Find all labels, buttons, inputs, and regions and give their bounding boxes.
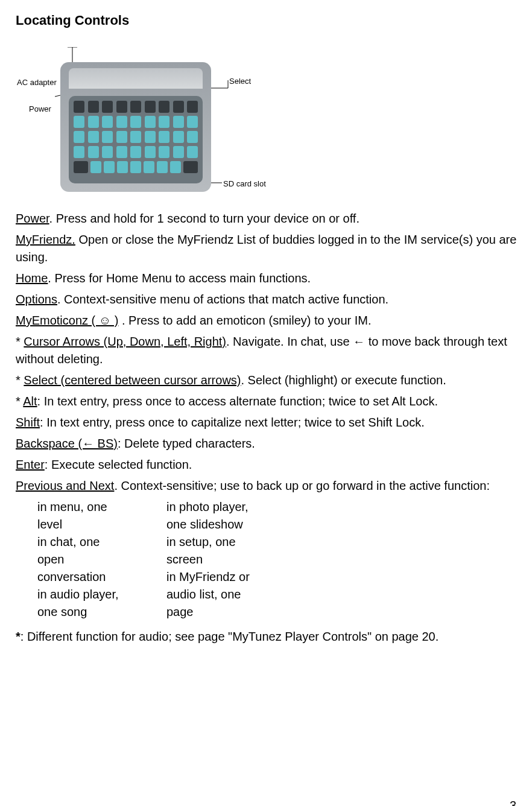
col-right-r7: page [166, 603, 287, 621]
col-right-r6: audio list, one [166, 586, 287, 603]
entry-shift: Shift: In text entry, press once to capi… [16, 414, 525, 431]
desc-select: . Select (highlight) or execute function… [241, 373, 446, 387]
entry-cursor: * Cursor Arrows (Up, Down, Left, Right).… [16, 333, 525, 368]
col-right-r4: screen [166, 551, 287, 568]
term-cursor: Cursor Arrows (Up, Down, Left, Right) [24, 335, 226, 348]
term-emoticonz: MyEmoticonz ( ☺ ) [16, 314, 118, 327]
desc-power: . Press and hold for 1 second to turn yo… [49, 212, 359, 225]
col-left-l7: one song [37, 603, 158, 621]
entry-myfriendz: MyFriendz. Open or close the MyFriendz L… [16, 231, 525, 266]
term-prev-next: Previous and Next [16, 479, 114, 492]
device-illustration [60, 62, 211, 192]
entry-alt: * Alt: In text entry, press once to acce… [16, 393, 525, 410]
col-right-r2: one slideshow [166, 516, 287, 533]
term-home: Home [16, 271, 48, 285]
desc-myfriendz: Open or close the MyFriendz List of budd… [16, 233, 516, 264]
pre-cursor: * [16, 335, 24, 348]
col-right-r3: in setup, one [166, 533, 287, 551]
prev-next-columns: in menu, one level in chat, one open con… [37, 498, 525, 621]
col-right: in photo player, one slideshow in setup,… [166, 498, 287, 621]
col-left-l1: in menu, one [37, 498, 158, 516]
entry-enter: Enter: Execute selected function. [16, 456, 525, 474]
col-left-l2: level [37, 516, 158, 533]
entry-emoticonz: MyEmoticonz ( ☺ ) . Press to add an emot… [16, 312, 525, 329]
pre-alt: * [16, 395, 23, 408]
callout-select: Select [229, 76, 251, 87]
term-myfriendz: MyFriendz. [16, 233, 75, 246]
entry-home: Home. Press for Home Menu to access main… [16, 270, 525, 287]
desc-home: . Press for Home Menu to access main fun… [48, 271, 311, 285]
entry-options: Options. Context-sensitive menu of actio… [16, 291, 525, 308]
term-power: Power [16, 212, 49, 225]
term-shift: Shift [16, 416, 40, 429]
entry-power: Power. Press and hold for 1 second to tu… [16, 210, 525, 227]
entry-prev-next: Previous and Next. Context-sensitive; us… [16, 477, 525, 495]
entry-backspace: Backspace (← BS): Delete typed character… [16, 435, 525, 452]
term-alt: Alt [23, 395, 37, 408]
col-right-r1: in photo player, [166, 498, 287, 516]
term-options: Options [16, 293, 57, 306]
col-left: in menu, one level in chat, one open con… [37, 498, 158, 621]
desc-options: . Context-sensitive menu of actions that… [57, 293, 388, 306]
callout-power: Power [29, 104, 51, 115]
desc-shift: : In text entry, press once to capitaliz… [40, 416, 425, 429]
col-left-l3: in chat, one [37, 533, 158, 551]
footnote: *: Different function for audio; see pag… [16, 628, 525, 646]
desc-alt: : In text entry, press once to access al… [37, 395, 438, 408]
entry-select: * Select (centered between cursor arrows… [16, 372, 525, 389]
callout-sd-slot: SD card slot [223, 179, 266, 190]
col-left-l5: conversation [37, 568, 158, 586]
desc-backspace: : Delete typed characters. [118, 437, 255, 450]
term-select: Select (centered between cursor arrows) [24, 373, 241, 387]
col-left-l6: in audio player, [37, 586, 158, 603]
desc-enter: : Execute selected function. [45, 458, 192, 471]
term-enter: Enter [16, 458, 45, 471]
device-diagram: AC adapter Power Select SD card slot [5, 47, 282, 204]
col-left-l4: open [37, 551, 158, 568]
pre-select: * [16, 373, 24, 387]
callout-ac-adapter: AC adapter [17, 77, 57, 89]
term-backspace: Backspace (← BS) [16, 437, 118, 450]
col-right-r5: in MyFriendz or [166, 568, 287, 586]
page-number: 3 [510, 797, 516, 806]
footnote-desc: : Different function for audio; see page… [21, 630, 439, 643]
page-heading: Locating Controls [16, 11, 525, 30]
footnote-star: * [16, 630, 21, 643]
desc-emoticonz: . Press to add an emoticon (smiley) to y… [118, 314, 371, 327]
desc-prev-next: . Context-sensitive; use to back up or g… [114, 479, 490, 492]
